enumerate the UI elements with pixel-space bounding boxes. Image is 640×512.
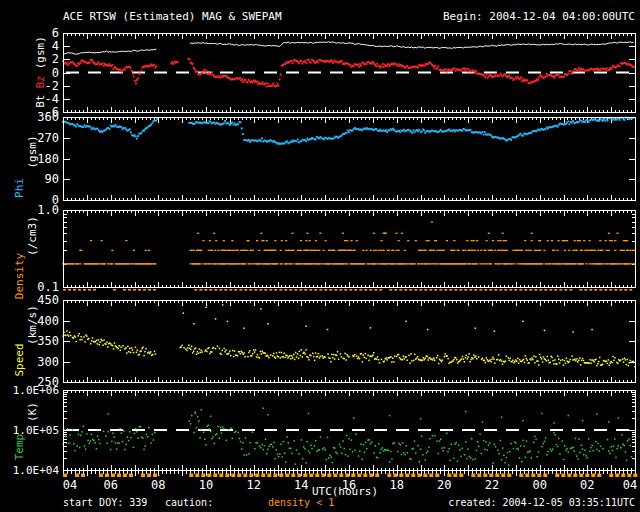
series-bt: [63, 42, 634, 55]
ytick-label-mag: 2: [52, 52, 59, 66]
speed-unit-label: (km/s): [26, 305, 39, 345]
bz-axis-label: Bz: [34, 75, 47, 88]
panel-frame-mag: [64, 34, 636, 113]
axis-label-mag: BtBz(gsm): [34, 33, 47, 111]
series-speed: [62, 304, 635, 367]
ytick-label-speed: 400: [37, 314, 59, 328]
ytick-label-phi: 90: [45, 172, 59, 186]
ytick-label-mag: -2: [45, 79, 59, 93]
start-doy-label: start DOY: 339: [63, 497, 147, 508]
xtick-label: 00: [532, 478, 546, 492]
xtick-label: 10: [199, 478, 213, 492]
ticks-speed: [64, 301, 636, 383]
caution-label: caution:: [165, 497, 213, 508]
caution-bar: [63, 474, 637, 478]
ytick-label-mag: 6: [52, 26, 59, 40]
xtick-label: 18: [389, 478, 403, 492]
series-phi: [62, 117, 635, 145]
ticks-temp: [64, 391, 636, 477]
mag-unit-label: (gsm): [34, 36, 47, 69]
xtick-label: 14: [294, 478, 308, 492]
temp-unit-label: (K): [26, 402, 39, 422]
series-temp: [62, 408, 634, 466]
panel-density: 1.00.1: [37, 203, 635, 294]
xtick-label: 08: [151, 478, 165, 492]
speed-axis-label: Speed: [13, 343, 26, 376]
ytick-label-phi: 270: [37, 131, 59, 145]
ytick-label-phi: 180: [37, 152, 59, 166]
xtick-label: 02: [580, 478, 594, 492]
ytick-label-density: 1.0: [37, 203, 59, 217]
panel-phi: 360270180900: [37, 110, 635, 207]
phi-unit-label: (gsm): [26, 135, 39, 168]
ytick-label-mag: 0: [52, 66, 59, 80]
ytick-label-speed: 300: [37, 355, 59, 369]
xtick-label: 22: [485, 478, 499, 492]
xtick-label: 12: [246, 478, 260, 492]
ytick-label-mag: 4: [52, 39, 59, 53]
panel-frame-speed: [64, 301, 636, 383]
density-axis-label: Density: [13, 253, 26, 299]
plot-canvas: 6420-2-4-63602701809001.00.1450400350300…: [0, 0, 640, 512]
ytick-label-speed: 350: [37, 334, 59, 348]
series-bz: [62, 58, 636, 88]
panel-temp: 1.0E+061.0E+051.0E+04: [13, 384, 636, 477]
ytick-label-phi: 360: [37, 110, 59, 124]
xtick-label: 06: [103, 478, 117, 492]
ytick-label-temp: 1.0E+04: [13, 464, 60, 477]
ytick-label-mag: -4: [45, 92, 59, 106]
xtick-label: 20: [437, 478, 451, 492]
phi-axis-label: Phi: [13, 178, 26, 198]
bt-axis-label: Bt: [34, 95, 47, 108]
panel-mag: 6420-2-4-6: [45, 26, 636, 119]
ytick-label-temp: 1.0E+06: [13, 384, 59, 397]
series-density: [62, 221, 636, 264]
caution-value: density < 1: [268, 497, 334, 508]
ace-rtsw-plot-screen: ACE RTSW (Estimated) MAG & SWEPAM Begin:…: [0, 0, 640, 512]
ticks-density: [64, 211, 636, 288]
panel-speed: 450400350300250: [37, 293, 635, 389]
xtick-label: 04: [63, 478, 77, 492]
ticks-mag: [64, 34, 636, 113]
ytick-label-speed: 450: [37, 293, 59, 307]
ytick-label-density: 0.1: [37, 280, 59, 294]
panel-frame-temp: [64, 391, 636, 471]
created-timestamp: created: 2004-12-05 03:35:11UTC: [448, 497, 635, 508]
panel-frame-density: [64, 211, 636, 288]
xtick-label: 04: [623, 478, 637, 492]
temp-axis-label: Temp: [13, 434, 26, 461]
density-unit-label: (/cm3): [26, 216, 39, 256]
